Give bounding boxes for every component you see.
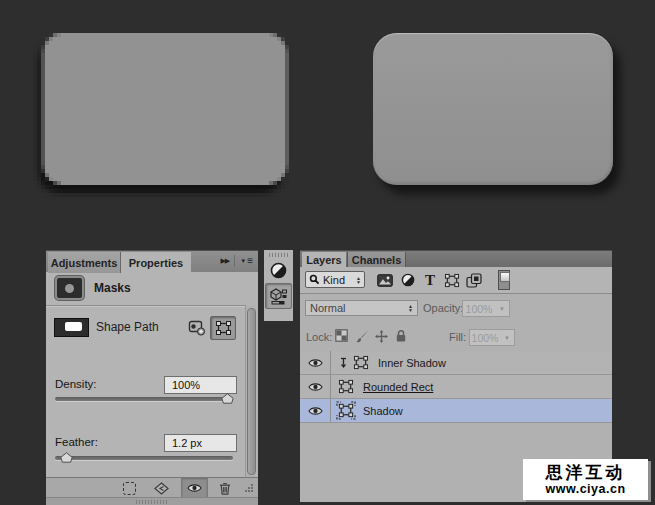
add-mask-icon: [188, 320, 206, 336]
density-slider-track[interactable]: [55, 397, 233, 401]
trash-icon: [219, 482, 231, 495]
tabbar-controls: ▶▶ ▼ ≡: [220, 255, 253, 267]
clipping-mask-arrow-icon: [339, 357, 348, 369]
density-slider-thumb[interactable]: [221, 393, 234, 404]
vector-mask-button-pressed[interactable]: [210, 316, 236, 340]
layer-thumbnail-shape[interactable]: [353, 355, 369, 370]
scrollbar-thumb[interactable]: [247, 308, 256, 475]
properties-footer-toolbar: [46, 477, 258, 498]
lock-paint-button[interactable]: [355, 329, 370, 343]
visibility-toggle[interactable]: [300, 375, 331, 398]
tab-channels-label: Channels: [352, 254, 402, 266]
lock-position-button[interactable]: [374, 329, 389, 344]
fill-label: Fill:: [449, 331, 466, 343]
collapsed-panel-dock: [264, 250, 293, 321]
tab-adjustments[interactable]: Adjustments: [48, 252, 121, 273]
tab-layers[interactable]: Layers: [302, 252, 346, 268]
layer-row-rounded-rect[interactable]: Rounded Rect: [300, 375, 612, 399]
feather-value-field[interactable]: 1.2 px: [164, 434, 237, 452]
load-selection-button[interactable]: [118, 478, 140, 498]
layer-row-inner-shadow[interactable]: Inner Shadow: [300, 351, 612, 375]
layer-thumbnail-shape[interactable]: [338, 379, 354, 394]
smart-object-icon: [466, 273, 482, 288]
apply-mask-icon: [154, 482, 169, 495]
mask-thumbnail-icon: [55, 276, 84, 300]
fill-value-field[interactable]: 100%: [469, 329, 501, 346]
pixel-layer-icon: [377, 274, 393, 287]
visibility-toggle[interactable]: [300, 399, 331, 422]
filter-shape-layers-button[interactable]: [443, 271, 461, 289]
tab-channels[interactable]: Channels: [347, 252, 406, 268]
opacity-value-field[interactable]: 100%: [462, 300, 496, 317]
eye-icon: [308, 406, 323, 416]
panel-resize-handle[interactable]: [46, 497, 258, 505]
eye-icon: [308, 382, 323, 392]
tab-properties[interactable]: Properties: [121, 252, 191, 273]
opacity-label: Opacity:: [423, 302, 463, 314]
properties-scrollbar[interactable]: [245, 306, 256, 477]
blend-mode-dropdown[interactable]: Normal ▲▼: [305, 300, 418, 316]
lock-transparency-icon: [335, 329, 348, 342]
eye-icon: [187, 483, 202, 493]
filter-smart-objects-button[interactable]: [465, 271, 483, 289]
mask-visibility-button-pressed[interactable]: [181, 478, 208, 498]
visibility-toggle[interactable]: [300, 351, 331, 374]
tab-properties-label: Properties: [129, 257, 183, 269]
spinner-icon: ▲▼: [356, 276, 361, 284]
dock-grip[interactable]: [269, 253, 288, 257]
grip-dots: [244, 483, 254, 493]
eye-icon: [308, 358, 323, 368]
brush-icon: [355, 329, 370, 343]
3d-scene-icon: [269, 287, 288, 305]
layer-thumbnail-shape-targeted[interactable]: [336, 401, 356, 420]
3d-panel-button-pressed[interactable]: [265, 283, 292, 309]
delete-mask-button[interactable]: [214, 478, 236, 498]
divider: [46, 305, 246, 306]
shape-layer-icon: [444, 273, 460, 288]
layer-name[interactable]: Shadow: [363, 405, 403, 417]
filter-type-layers-button[interactable]: T: [421, 271, 439, 289]
properties-panel: Adjustments Properties ▶▶ ▼ ≡ Masks Shap…: [46, 250, 258, 505]
layer-name[interactable]: Inner Shadow: [378, 357, 446, 369]
collapse-panel-icon[interactable]: ▶▶: [220, 257, 229, 265]
lock-row: Lock:: [300, 322, 612, 352]
menu-triangle: ▼: [240, 258, 246, 264]
blend-mode-row: Normal ▲▼ Opacity: 100% ▼: [300, 294, 612, 323]
filter-toggle-switch[interactable]: [498, 270, 510, 290]
watermark-brand: 思洋互动: [546, 463, 626, 482]
vector-mask-icon: [215, 320, 232, 336]
fill-dropdown-arrow[interactable]: ▼: [500, 329, 515, 346]
adjustments-half-circle-icon: [270, 262, 287, 279]
lock-label: Lock:: [306, 331, 332, 343]
filter-pixel-layers-button[interactable]: [376, 271, 394, 289]
search-icon: [309, 274, 320, 285]
apply-mask-button[interactable]: [149, 478, 173, 498]
tab-layers-label: Layers: [306, 254, 341, 266]
smooth-rounded-rect: [373, 33, 613, 185]
feather-slider-thumb[interactable]: [60, 452, 73, 463]
watermark-url: www.ciya.cn: [545, 482, 625, 496]
type-layer-icon: T: [425, 272, 435, 289]
kind-label: Kind: [323, 274, 353, 286]
density-value-field[interactable]: 100%: [164, 376, 237, 394]
panel-menu-icon[interactable]: ▼ ≡: [240, 256, 253, 266]
feather-slider-track[interactable]: [55, 456, 233, 460]
layer-name[interactable]: Rounded Rect: [363, 381, 433, 393]
lock-transparency-button[interactable]: [335, 329, 348, 342]
lock-all-button[interactable]: [395, 329, 407, 343]
filter-kind-dropdown[interactable]: Kind ▲▼: [305, 271, 365, 288]
resize-grip-icon[interactable]: [242, 478, 256, 498]
layer-filter-row: Kind ▲▼ T: [300, 267, 612, 294]
move-icon: [374, 329, 389, 344]
blend-mode-value: Normal: [310, 302, 408, 314]
filter-adjustment-layers-button[interactable]: [399, 271, 417, 289]
menu-lines: ≡: [247, 256, 253, 266]
add-pixel-mask-button[interactable]: [186, 317, 208, 338]
feather-label: Feather:: [55, 436, 98, 448]
photoshop-workspace: Adjustments Properties ▶▶ ▼ ≡ Masks Shap…: [0, 0, 655, 505]
opacity-dropdown-arrow[interactable]: ▼: [495, 300, 510, 317]
separator: [234, 255, 235, 267]
adjustments-panel-button[interactable]: [270, 262, 287, 279]
layer-row-shadow-selected[interactable]: Shadow: [300, 399, 612, 423]
masks-header: Masks: [46, 272, 258, 304]
